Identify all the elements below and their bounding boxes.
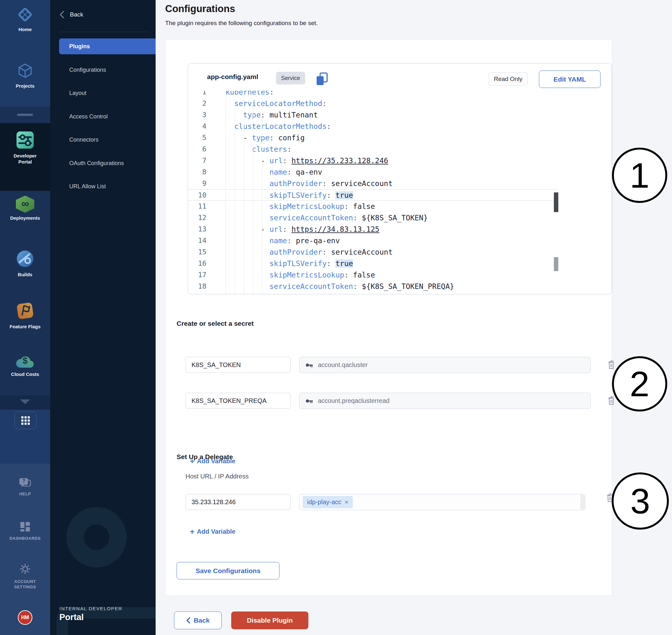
secrets-heading: Create or select a secret [177, 320, 254, 327]
app-window: Home Projects [0, 0, 672, 635]
code-line: 17skipMetricsLookup: false [188, 269, 558, 281]
subbar-item-oauth-configurations[interactable]: OAuth Configurations [59, 155, 156, 171]
sidebar-item-projects[interactable]: Projects [0, 62, 50, 89]
sidebar-item-label: Deployments [0, 215, 50, 221]
line-number: 13 [188, 223, 210, 235]
sidebar-collapse-pill[interactable] [17, 114, 33, 116]
delete-variable-icon[interactable] [607, 359, 615, 371]
developer-portal-icon [16, 131, 34, 149]
back-button[interactable]: Back [174, 612, 222, 629]
code-line: 9authProvider: serviceAccount [188, 178, 558, 189]
save-configurations-button[interactable]: Save Configurations [177, 562, 280, 579]
subbar-item-connectors[interactable]: Connectors [59, 132, 156, 148]
brand-bottom-label: Portal [59, 612, 122, 622]
code-line: 10skipTLSVerify: true [188, 189, 558, 201]
code-line: 11skipMetricsLookup: false [188, 201, 558, 212]
delegate-tags-field[interactable]: idp-play-acc ✕ [299, 494, 585, 510]
chevron-left-icon [186, 617, 191, 623]
copy-icon[interactable] [316, 72, 329, 88]
brand: INTERNAL DEVELOPER Portal [59, 606, 122, 622]
subbar-item-plugins[interactable]: Plugins [59, 38, 156, 54]
code-line: 14name: pre-qa-env [188, 235, 558, 246]
gear-icon [19, 563, 31, 575]
code-lines: 1kubernetes:2serviceLocatorMethod:3type:… [188, 91, 612, 292]
sidebar-item-label: ACCOUNT SETTINGS [8, 579, 43, 590]
code-line: 7- url: https://35.233.128.246 [188, 155, 558, 167]
secret-rows: account.qaclusteraccount.preqaclusterrea… [186, 357, 591, 429]
dashboards-icon [20, 521, 30, 532]
line-number: 10 [188, 190, 210, 200]
sidebar-item-cloud-costs[interactable]: $ Cloud Costs [0, 354, 50, 377]
sidebar-item-builds[interactable]: Builds [0, 249, 50, 278]
line-number: 18 [188, 281, 210, 292]
module-picker-button[interactable] [14, 412, 37, 429]
code-line: 8name: qa-env [188, 167, 558, 178]
secret-selector[interactable]: account.preqaclusterread [299, 393, 591, 409]
code-line: 3type: multiTenant [188, 109, 558, 121]
host-url-label: Host URL / IP Address [186, 473, 249, 480]
line-number: 8 [188, 167, 210, 178]
code-editor[interactable]: 1kubernetes:2serviceLocatorMethod:3type:… [188, 91, 612, 294]
variable-name-input[interactable] [186, 393, 290, 409]
brand-top-label: INTERNAL DEVELOPER [59, 606, 122, 611]
module-sidebar: Home Projects [0, 0, 50, 635]
yaml-filename: app-config.yaml [207, 73, 258, 81]
line-number: 15 [188, 246, 210, 258]
sidebar-item-dashboards[interactable]: DASHBOARDS [0, 521, 50, 541]
sidebar-item-deployments[interactable]: ∞ Deployments [0, 196, 50, 221]
sidebar-item-home[interactable]: Home [0, 6, 50, 32]
host-url-input[interactable] [186, 494, 290, 510]
code-line: 15authProvider: serviceAccount [188, 246, 558, 258]
back-link[interactable]: Back [59, 8, 83, 22]
cloud-costs-icon: $ [16, 354, 35, 369]
page-title: Configurations [165, 3, 235, 15]
chevron-left-icon [59, 10, 65, 19]
annotation-circle-2: 2 [612, 356, 667, 412]
feature-flags-icon [16, 302, 34, 320]
line-number: 1 [188, 91, 210, 98]
variable-name-input[interactable] [186, 357, 290, 373]
line-number: 4 [188, 121, 210, 132]
sidebar-item-label: Builds [0, 271, 50, 278]
sidebar-item-label: DASHBOARDS [0, 535, 50, 541]
divider [60, 32, 149, 32]
avatar[interactable]: HM [18, 610, 32, 625]
code-line: 13- url: https://34.83.13.125 [188, 223, 558, 235]
back-label: Back [70, 11, 83, 18]
remove-tag-icon[interactable]: ✕ [345, 499, 349, 505]
scrollbar-thumb[interactable] [554, 192, 558, 212]
scrollbar-thumb[interactable] [554, 257, 558, 271]
code-line: 6clusters: [188, 144, 558, 155]
sidebar-item-account-settings[interactable]: ACCOUNT SETTINGS [0, 563, 50, 590]
secret-selector[interactable]: account.qacluster [299, 357, 591, 373]
code-line: 5- type: config [188, 132, 558, 144]
annotation-circle-3: 3 [612, 473, 669, 530]
subbar-item-configurations[interactable]: Configurations [59, 62, 156, 78]
sidebar-item-developer-portal[interactable]: Developer Portal [0, 131, 50, 165]
line-number: 17 [188, 269, 210, 281]
subbar-item-access-control[interactable]: Access Control [59, 109, 156, 125]
line-number: 12 [188, 212, 210, 223]
disable-plugin-button[interactable]: Disable Plugin [231, 612, 308, 629]
secret-name: account.qacluster [318, 361, 368, 369]
decor-ring [66, 507, 127, 567]
delete-variable-icon[interactable] [607, 395, 615, 407]
annotation-circle-1: 1 [612, 148, 667, 203]
plus-icon: + [190, 529, 194, 535]
builds-icon [16, 249, 34, 268]
sidebar-item-feature-flags[interactable]: Feature Flags [0, 302, 50, 330]
tagbox-scrollbar[interactable] [581, 495, 585, 509]
subbar-item-url-allow-list[interactable]: URL Allow List [59, 178, 156, 194]
secret-row: account.qacluster [186, 357, 591, 373]
chevron-down-icon[interactable] [20, 399, 30, 404]
subbar-item-layout[interactable]: Layout [59, 85, 156, 101]
sidebar-item-help[interactable]: ? HELP [0, 478, 50, 497]
secret-name: account.preqaclusterread [318, 397, 390, 404]
code-line: 2serviceLocatorMethod: [188, 98, 558, 109]
home-icon [17, 6, 33, 23]
sidebar-item-label: Home [0, 26, 50, 32]
line-number: 9 [188, 178, 210, 189]
sidebar-item-label: Feature Flags [0, 324, 50, 330]
add-variable-link[interactable]: + Add Variable [190, 528, 235, 535]
edit-yaml-button[interactable]: Edit YAML [539, 70, 601, 88]
